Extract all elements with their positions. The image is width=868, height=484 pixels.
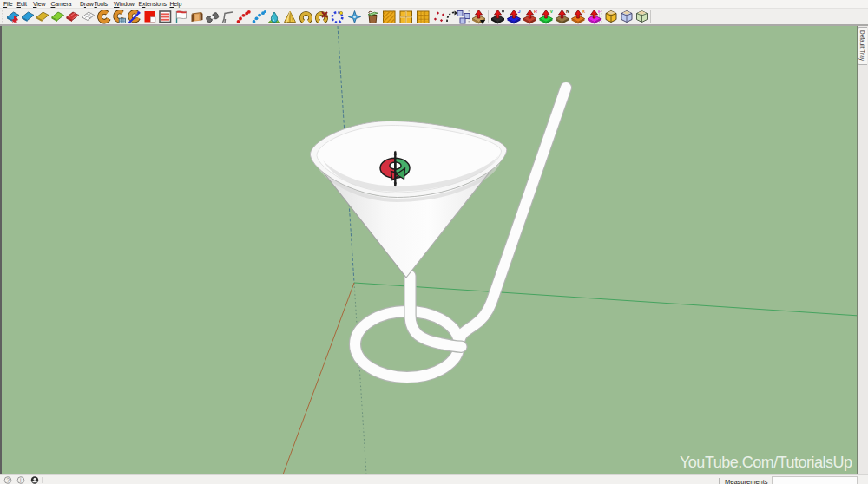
svg-text:N: N: [566, 9, 569, 14]
svg-text:i: i: [20, 477, 21, 483]
svg-text:F: F: [598, 9, 602, 14]
svg-text:V: V: [550, 9, 554, 14]
svg-text:X: X: [582, 9, 586, 14]
svg-text:J: J: [518, 9, 521, 14]
svg-text:?: ?: [7, 477, 10, 483]
svg-text:R: R: [534, 9, 537, 14]
